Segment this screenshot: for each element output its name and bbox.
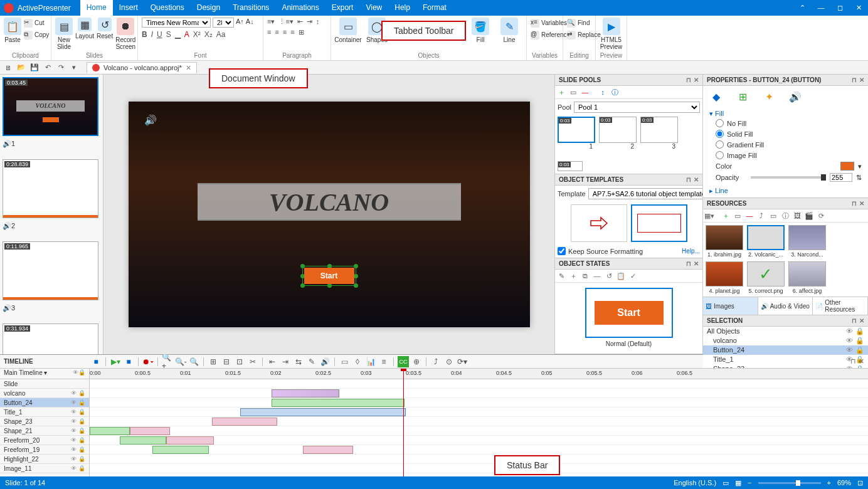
subscript-icon[interactable]: X₂ — [204, 30, 213, 39]
imagefill-radio[interactable] — [716, 151, 724, 159]
canvas-area[interactable]: Document Window 🔊 VOLCANO Start — [103, 75, 554, 354]
info-icon[interactable]: ⓘ — [610, 87, 620, 97]
tab-home[interactable]: Home — [80, 0, 113, 16]
t13-icon[interactable]: ⟳▾ — [457, 356, 468, 367]
gradientfill-radio[interactable] — [716, 140, 724, 149]
font-size-select[interactable]: 28 — [213, 18, 234, 28]
tab-format[interactable]: Format — [416, 0, 453, 16]
cc-icon[interactable]: CC — [398, 356, 409, 367]
language-label[interactable]: English (U.S.) — [674, 479, 716, 486]
t12-icon[interactable]: ⊙ — [443, 356, 455, 367]
resource-item[interactable]: 2. Volcanic_... — [747, 225, 785, 258]
zoom-in-icon[interactable]: 🔍+ — [162, 356, 173, 367]
maximize-icon[interactable]: ◻ — [830, 0, 849, 16]
stop-icon[interactable]: ■ — [90, 356, 102, 367]
track-header[interactable]: Title_1👁🔒 — [0, 408, 89, 417]
audio-clip[interactable] — [272, 389, 339, 397]
pin-icon[interactable]: ⊓ — [686, 76, 691, 83]
res-info-icon[interactable]: ⓘ — [780, 211, 790, 221]
res-clip-icon[interactable]: 🎬 — [804, 211, 814, 221]
superscript-icon[interactable]: X² — [193, 30, 201, 39]
prop-tab-audio-icon[interactable]: 🔊 — [788, 90, 802, 103]
lock-icon[interactable]: 🔒 — [78, 369, 85, 376]
start-button[interactable]: Start — [304, 268, 354, 284]
resource-item[interactable]: 3. Narcond... — [788, 225, 826, 258]
align-justify-icon[interactable]: ≡ — [290, 28, 294, 36]
lock-icon[interactable]: 🔒 — [855, 327, 864, 335]
document-tab[interactable]: Volcano - volcano.approj* ✕ — [87, 62, 197, 73]
t6-icon[interactable]: ▭ — [339, 356, 350, 367]
clip[interactable] — [90, 427, 130, 435]
track-header[interactable]: Image_11👁🔒 — [0, 464, 89, 473]
res-preview-icon[interactable]: ▭ — [768, 211, 778, 221]
caret-down-icon[interactable]: ⌃ — [793, 0, 812, 16]
paste-button[interactable]: 📋Paste — [4, 18, 21, 43]
close-panel-icon[interactable]: ✕ — [859, 200, 864, 207]
clip[interactable] — [120, 436, 166, 444]
opacity-slider[interactable] — [751, 176, 826, 179]
reset-button[interactable]: ↺Reset — [97, 18, 113, 39]
move-icon[interactable]: ↕ — [598, 87, 608, 97]
edit-state-icon[interactable]: ✎ — [556, 271, 566, 281]
res-tab-av[interactable]: 🔊Audio & Video — [758, 297, 813, 315]
prop-tab-size-icon[interactable]: ⊞ — [736, 90, 749, 103]
view-sorter-icon[interactable]: ▦ — [735, 479, 741, 487]
clip[interactable] — [212, 418, 277, 426]
slide-title[interactable]: VOLCANO — [198, 183, 461, 221]
font-family-select[interactable]: Times New Roman (Headings) — [142, 18, 211, 28]
clip[interactable] — [152, 446, 209, 454]
t8-icon[interactable]: 📊 — [365, 356, 376, 367]
cut-button[interactable]: ✂Cut — [24, 18, 49, 28]
template-thumb-2[interactable] — [631, 204, 687, 242]
res-del-icon[interactable]: — — [744, 211, 754, 221]
qat-more-icon[interactable]: ▾ — [68, 62, 80, 73]
align-right-icon[interactable]: ≡ — [283, 28, 287, 36]
line-button[interactable]: ✎Line — [496, 18, 522, 43]
tab-animations[interactable]: Animations — [275, 0, 325, 16]
snap-icon[interactable]: ⊞ — [208, 356, 219, 367]
close-panel-icon[interactable]: ✕ — [694, 260, 699, 267]
res-export-icon[interactable]: ⤴ — [756, 211, 766, 221]
color-swatch[interactable] — [840, 162, 854, 171]
numbering-icon[interactable]: ⋮≡▾ — [278, 18, 293, 26]
decrease-font-icon[interactable]: A↓ — [246, 18, 254, 28]
selection-row[interactable]: volcano👁🔒 — [703, 336, 868, 345]
play-icon[interactable]: ▶▾ — [110, 356, 121, 367]
t1-icon[interactable]: ⇤ — [267, 356, 278, 367]
selection-row-selected[interactable]: Button_24👁🔒 — [703, 345, 868, 355]
res-image-icon[interactable]: 🖼 — [792, 211, 802, 221]
align-left-icon[interactable]: ≡ — [267, 28, 271, 36]
highlight-icon[interactable]: ▁ — [175, 30, 181, 39]
close-icon[interactable]: ✕ — [849, 0, 868, 16]
close-doc-icon[interactable]: ✕ — [186, 64, 191, 72]
t5-icon[interactable]: 🔊 — [319, 356, 331, 367]
track-header[interactable]: Shape_21👁🔒 — [0, 426, 89, 436]
valign-icon[interactable]: ⊞ — [299, 28, 304, 36]
close-panel-icon[interactable]: ✕ — [694, 176, 699, 183]
close-panel-icon[interactable]: ✕ — [694, 76, 699, 83]
trim-icon[interactable]: ✂ — [247, 356, 258, 367]
t9-icon[interactable]: ≡ — [378, 356, 389, 367]
fit-icon[interactable]: ⊡ — [857, 479, 863, 487]
dup-state-icon[interactable]: ⧉ — [580, 271, 590, 281]
join-icon[interactable]: ⊡ — [234, 356, 245, 367]
help-link[interactable]: Help... — [682, 248, 700, 255]
template-select[interactable]: AP7.5+SA2.6 tutorial object template — [588, 188, 718, 199]
fill-button[interactable]: 🪣Fill — [467, 18, 494, 43]
res-tab-other[interactable]: 📄Other Resources — [813, 297, 868, 315]
bold-icon[interactable]: B — [142, 30, 147, 39]
clear-format-icon[interactable]: Aa — [216, 30, 226, 39]
undo-icon[interactable]: ↶ — [42, 62, 53, 73]
resource-item[interactable]: 6. affect.jpg — [788, 261, 826, 294]
pin-icon[interactable]: ⊓ — [850, 357, 856, 365]
line-spacing-icon[interactable]: ↕ — [316, 18, 320, 26]
slide-thumb-3[interactable]: 0:11.965 — [3, 241, 98, 300]
italic-icon[interactable]: I — [151, 30, 153, 39]
track-header[interactable]: Highlight_22👁🔒 — [0, 455, 89, 464]
track-header[interactable]: Freeform_20👁🔒 — [0, 436, 89, 445]
zoom-out-icon[interactable]: − — [748, 479, 751, 486]
container-button[interactable]: ▭Container — [335, 18, 361, 43]
fill-section-header[interactable]: ▾ Fill — [709, 110, 862, 118]
tab-insert[interactable]: Insert — [113, 0, 144, 16]
tab-help[interactable]: Help — [388, 0, 416, 16]
